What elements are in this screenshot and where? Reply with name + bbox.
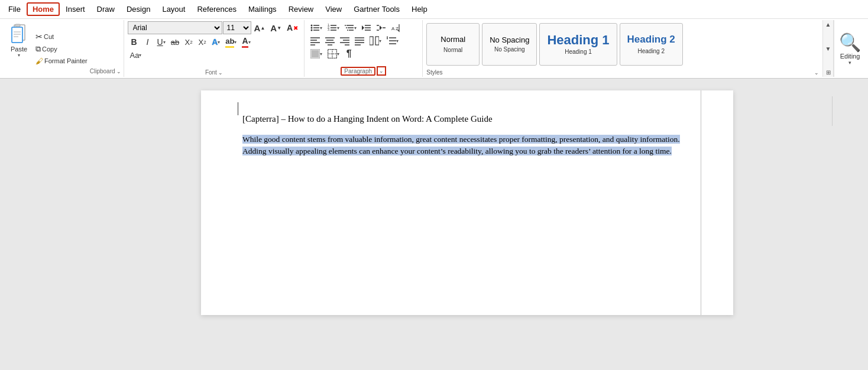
clipboard-section: Paste ▾ ✂ Cut ⧉ Copy 🖌 Format Painter bbox=[2, 20, 124, 77]
styles-expand-icon[interactable]: ⌄ bbox=[814, 70, 819, 76]
document-area: [Capterra] – How to do a Hanging Indent … bbox=[0, 79, 868, 324]
menu-view[interactable]: View bbox=[319, 2, 348, 16]
bold-button[interactable]: B bbox=[128, 35, 141, 48]
font-expand-icon[interactable]: ⌄ bbox=[218, 70, 223, 76]
font-size-select[interactable]: 11 bbox=[223, 21, 251, 34]
cut-button[interactable]: ✂ Cut bbox=[33, 31, 90, 43]
style-no-spacing-label: No Spacing bbox=[494, 46, 525, 53]
menu-mailings[interactable]: Mailings bbox=[242, 2, 283, 16]
subscript-button[interactable]: X2 bbox=[182, 35, 195, 48]
decrease-indent-button[interactable] bbox=[359, 21, 374, 34]
numbering-icon: 1.2.3. bbox=[328, 23, 337, 33]
paragraph-expand-icon[interactable]: ⌄ bbox=[377, 66, 386, 76]
numbering-button[interactable]: 1.2.3. ▾ bbox=[325, 21, 342, 34]
cursor-mark bbox=[238, 102, 238, 115]
cut-label: Cut bbox=[44, 33, 54, 40]
align-right-button[interactable] bbox=[338, 34, 352, 47]
clipboard-expand-icon[interactable]: ⌄ bbox=[116, 69, 121, 74]
style-heading1-preview: Heading 1 bbox=[547, 33, 609, 47]
svg-text:A: A bbox=[391, 26, 395, 31]
multilevel-icon bbox=[345, 23, 354, 33]
line-spacing-button[interactable]: ▾ bbox=[384, 34, 401, 47]
font-name-select[interactable]: Arial bbox=[128, 21, 222, 34]
style-normal[interactable]: Normal Normal bbox=[426, 23, 480, 66]
menu-design[interactable]: Design bbox=[121, 2, 156, 16]
sort-icon: AZ bbox=[391, 23, 401, 33]
svg-point-18 bbox=[345, 25, 346, 26]
style-heading1[interactable]: Heading 1 Heading 1 bbox=[539, 23, 617, 66]
menu-layout[interactable]: Layout bbox=[156, 2, 191, 16]
shading-icon bbox=[310, 49, 320, 59]
multilevel-list-button[interactable]: ▾ bbox=[342, 21, 359, 34]
menu-draw[interactable]: Draw bbox=[91, 2, 121, 16]
editing-dropdown-icon: ▾ bbox=[848, 60, 851, 66]
clipboard-label: Clipboard ⌄ bbox=[90, 67, 121, 74]
styles-scroll-down[interactable]: ▼ bbox=[823, 46, 833, 52]
style-normal-preview: Normal bbox=[441, 35, 465, 45]
format-painter-icon: 🖌 bbox=[35, 57, 43, 66]
columns-button[interactable]: ▾ bbox=[367, 34, 384, 47]
font-color-button[interactable]: A ▾ bbox=[239, 35, 252, 48]
bullets-icon bbox=[310, 23, 320, 33]
styles-items: Normal Normal No Spacing No Spacing Head… bbox=[423, 20, 822, 68]
menu-gartner[interactable]: Gartner Tools bbox=[348, 2, 406, 16]
copy-label: Copy bbox=[42, 46, 57, 53]
align-left-icon bbox=[310, 36, 320, 46]
format-painter-label: Format Painter bbox=[44, 57, 88, 64]
editing-icon: 🔍 bbox=[839, 32, 861, 53]
doc-page[interactable]: [Capterra] – How to do a Hanging Indent … bbox=[201, 90, 733, 315]
menu-review[interactable]: Review bbox=[283, 2, 320, 16]
font-section-label: Font ⌄ bbox=[128, 68, 301, 76]
change-case-button[interactable]: Aa▾ bbox=[128, 48, 144, 61]
styles-scroll-expand[interactable]: ⊞ bbox=[823, 69, 833, 76]
highlight-color-bar bbox=[225, 46, 234, 48]
align-center-icon bbox=[325, 36, 335, 46]
svg-marker-55 bbox=[387, 36, 388, 37]
show-marks-button[interactable]: ¶ bbox=[342, 47, 355, 60]
copy-button[interactable]: ⧉ Copy bbox=[33, 43, 90, 55]
justify-icon bbox=[355, 36, 364, 46]
italic-button[interactable]: I bbox=[141, 35, 154, 48]
left-margin bbox=[0, 90, 201, 324]
clear-formatting-button[interactable]: A✖ bbox=[284, 21, 300, 34]
menu-insert[interactable]: Insert bbox=[60, 2, 91, 16]
text-effects-button[interactable]: A ▾ bbox=[209, 35, 222, 48]
format-painter-button[interactable]: 🖌 Format Painter bbox=[33, 56, 90, 67]
styles-scroll-up[interactable]: ▲ bbox=[823, 21, 833, 28]
style-heading2[interactable]: Heading 2 Heading 2 bbox=[620, 23, 683, 66]
increase-indent-button[interactable] bbox=[374, 21, 388, 34]
menu-home[interactable]: Home bbox=[27, 2, 60, 16]
clear-formatting-icon: A bbox=[287, 23, 293, 33]
bullets-button[interactable]: ▾ bbox=[308, 21, 325, 34]
underline-button[interactable]: U ▾ bbox=[155, 35, 168, 48]
borders-button[interactable]: ▾ bbox=[325, 47, 342, 60]
font-grow-button[interactable]: A▲ bbox=[252, 21, 268, 34]
paste-button[interactable]: Paste ▾ bbox=[5, 21, 33, 76]
editing-section[interactable]: 🔍 Editing ▾ bbox=[834, 20, 866, 77]
document-body[interactable]: While good content stems from valuable i… bbox=[242, 134, 698, 158]
shading-button[interactable]: ▾ bbox=[308, 47, 325, 60]
font-shrink-button[interactable]: A▼ bbox=[268, 21, 284, 34]
menu-file[interactable]: File bbox=[2, 2, 27, 16]
styles-scrollbar: ▲ ▼ ⊞ bbox=[823, 20, 834, 77]
menu-help[interactable]: Help bbox=[406, 2, 433, 16]
svg-rect-1 bbox=[12, 27, 22, 43]
justify-button[interactable] bbox=[352, 34, 367, 47]
right-scrollbar-line bbox=[832, 96, 833, 126]
toolbar: Paste ▾ ✂ Cut ⧉ Copy 🖌 Format Painter bbox=[0, 19, 868, 78]
sort-button[interactable]: AZ bbox=[389, 21, 403, 34]
right-margin-line bbox=[701, 90, 701, 315]
align-center-button[interactable] bbox=[323, 34, 337, 47]
style-no-spacing[interactable]: No Spacing No Spacing bbox=[482, 23, 537, 66]
superscript-button[interactable]: X2 bbox=[196, 35, 209, 48]
style-heading2-label: Heading 2 bbox=[637, 48, 665, 54]
align-left-button[interactable] bbox=[308, 34, 322, 47]
svg-marker-28 bbox=[380, 25, 382, 30]
columns-icon bbox=[370, 36, 379, 46]
menu-references[interactable]: References bbox=[191, 2, 242, 16]
style-normal-label: Normal bbox=[443, 47, 462, 53]
document-title: [Capterra] – How to do a Hanging Indent … bbox=[242, 114, 698, 124]
paragraph-section: ▾ 1.2.3. ▾ ▾ AZ bbox=[305, 20, 423, 77]
strikethrough-button[interactable]: ab bbox=[169, 35, 182, 48]
text-highlight-button[interactable]: ab ▾ bbox=[223, 35, 239, 48]
